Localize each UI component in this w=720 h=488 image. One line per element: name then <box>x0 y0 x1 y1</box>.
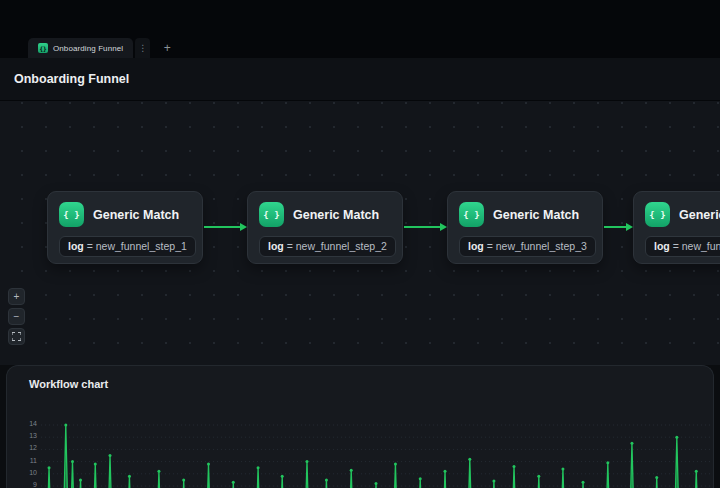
fit-view-button[interactable] <box>8 328 25 345</box>
node-title: Generic Match <box>293 208 379 222</box>
zoom-out-button[interactable]: − <box>8 308 25 325</box>
y-axis-tick: 14 <box>19 420 37 427</box>
workflow-chart <box>41 421 711 488</box>
workflow-node-3[interactable]: { } Generic Match log = new_funnel_step_… <box>447 191 603 264</box>
tab-label: Onboarding Funnel <box>53 44 123 53</box>
tab-options-button[interactable]: ⋮ <box>135 38 150 58</box>
page-title: Onboarding Funnel <box>14 72 129 86</box>
braces-icon: { } <box>259 202 284 227</box>
param-value: new_funnel_step_2 <box>296 240 387 252</box>
param-key: log <box>654 240 670 252</box>
braces-icon: {} <box>38 43 48 53</box>
top-bar: {} Onboarding Funnel ⋮ + <box>0 0 720 58</box>
braces-icon: { } <box>59 202 84 227</box>
param-operator: = <box>487 240 493 252</box>
edge-connector-arrow <box>204 226 241 228</box>
param-key: log <box>68 240 84 252</box>
y-axis-tick: 9 <box>19 481 37 488</box>
workflow-canvas[interactable]: { } Generic Match log = new_funnel_step_… <box>0 101 720 365</box>
node-title: Generic Match <box>93 208 179 222</box>
param-value: new_funnel_step_3 <box>496 240 587 252</box>
y-axis-tick: 10 <box>19 469 37 476</box>
param-value: new_funnel_step_4 <box>682 240 720 252</box>
param-operator: = <box>287 240 293 252</box>
y-axis-tick: 13 <box>19 432 37 439</box>
node-title: Generic Match <box>679 208 720 222</box>
panel-title: Workflow chart <box>29 378 108 390</box>
edge-connector-arrow <box>404 226 441 228</box>
tab-bar: {} Onboarding Funnel ⋮ + <box>28 38 176 58</box>
workflow-chart-panel: Workflow chart 14131211109 <box>6 365 714 488</box>
braces-icon: { } <box>459 202 484 227</box>
braces-icon: { } <box>645 202 670 227</box>
zoom-controls: + − <box>8 288 25 345</box>
plus-icon: + <box>164 41 171 55</box>
param-operator: = <box>87 240 93 252</box>
kebab-menu-icon: ⋮ <box>138 43 147 53</box>
workflow-node-1[interactable]: { } Generic Match log = new_funnel_step_… <box>47 191 203 264</box>
param-value: new_funnel_step_1 <box>96 240 187 252</box>
fit-view-icon <box>12 332 21 341</box>
workflow-node-2[interactable]: { } Generic Match log = new_funnel_step_… <box>247 191 403 264</box>
tab-onboarding-funnel[interactable]: {} Onboarding Funnel <box>28 38 133 58</box>
new-tab-button[interactable]: + <box>158 38 176 58</box>
node-param[interactable]: log = new_funnel_step_3 <box>459 236 596 257</box>
workflow-node-4[interactable]: { } Generic Match log = new_funnel_step_… <box>633 191 720 264</box>
node-param[interactable]: log = new_funnel_step_2 <box>259 236 396 257</box>
param-key: log <box>468 240 484 252</box>
page-header: Onboarding Funnel <box>0 58 720 101</box>
param-operator: = <box>673 240 679 252</box>
node-param[interactable]: log = new_funnel_step_4 <box>645 236 720 257</box>
y-axis-tick: 12 <box>19 444 37 451</box>
node-param[interactable]: log = new_funnel_step_1 <box>59 236 196 257</box>
y-axis-tick: 11 <box>19 457 37 464</box>
edge-connector-arrow <box>604 226 627 228</box>
param-key: log <box>268 240 284 252</box>
node-title: Generic Match <box>493 208 579 222</box>
zoom-in-button[interactable]: + <box>8 288 25 305</box>
